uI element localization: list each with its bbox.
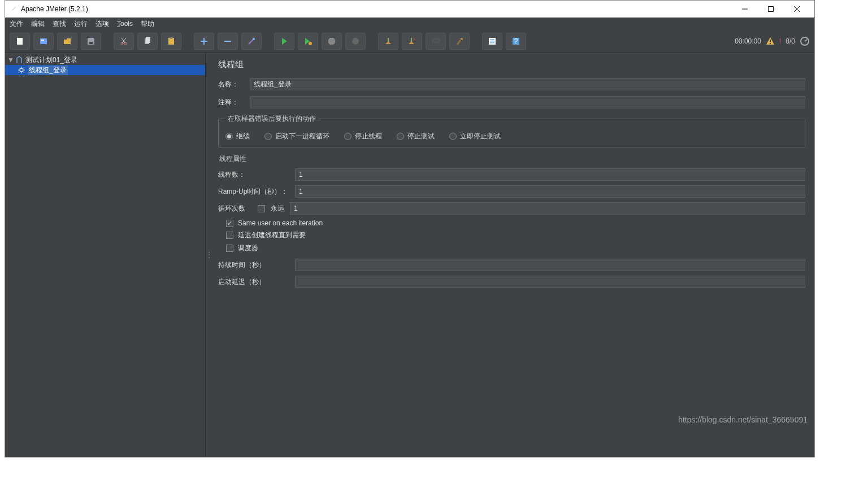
menu-tools[interactable]: Tools — [117, 20, 133, 28]
name-input[interactable] — [250, 78, 805, 90]
svg-rect-11 — [146, 37, 150, 43]
svg-point-19 — [352, 38, 359, 45]
radio-stop-now[interactable]: 立即停止测试 — [449, 132, 501, 141]
tb-new[interactable] — [10, 33, 30, 50]
radio-stop-thread[interactable]: 停止线程 — [344, 132, 382, 141]
svg-rect-20 — [388, 38, 389, 42]
tb-toggle[interactable] — [241, 33, 262, 50]
tb-clear[interactable] — [378, 33, 398, 50]
same-user-label: Same user on each iteration — [238, 219, 323, 227]
props-title: 线程属性 — [219, 154, 805, 164]
content-area: ▼ 测试计划01_登录 线程组_登录 ⋮ 线程组 名称： 注释： 在取样器错误后… — [5, 53, 814, 457]
menu-run[interactable]: 运行 — [74, 19, 88, 29]
svg-point-18 — [309, 42, 312, 45]
tree-root-label: 测试计划01_登录 — [25, 55, 77, 65]
comment-row: 注释： — [218, 96, 805, 108]
toolbar: ? 00:00:00 ! 0/0 — [5, 30, 814, 53]
svg-rect-30 — [770, 40, 771, 42]
external-gutter — [0, 0, 5, 488]
gauge-icon[interactable] — [800, 36, 810, 46]
tb-clear-all[interactable] — [402, 33, 422, 50]
forever-label: 永远 — [271, 204, 284, 213]
svg-rect-21 — [411, 38, 412, 42]
menu-search[interactable]: 查找 — [53, 19, 66, 29]
tb-copy[interactable] — [137, 33, 158, 50]
thread-count: 0/0 — [785, 37, 795, 45]
rampup-input[interactable] — [295, 185, 805, 198]
comment-label: 注释： — [218, 98, 245, 107]
collapse-icon[interactable]: ▼ — [7, 56, 13, 64]
tree-root[interactable]: ▼ 测试计划01_登录 — [5, 55, 205, 65]
menu-options[interactable]: 选项 — [96, 19, 109, 29]
scheduler-label: 调度器 — [238, 243, 258, 253]
testplan-icon — [15, 56, 23, 64]
elapsed-time: 00:00:00 — [735, 37, 761, 45]
svg-rect-26 — [490, 41, 494, 42]
gear-icon — [18, 66, 25, 74]
same-user-checkbox[interactable] — [226, 220, 233, 227]
tb-help[interactable]: ? — [506, 33, 526, 50]
svg-rect-4 — [17, 38, 23, 45]
tb-function-helper[interactable] — [482, 33, 502, 50]
tree-threadgroup[interactable]: 线程组_登录 — [5, 65, 205, 75]
tb-shutdown[interactable] — [345, 33, 366, 50]
warning-icon[interactable] — [766, 37, 775, 46]
tb-paste[interactable] — [161, 33, 181, 50]
loop-input[interactable] — [290, 202, 805, 215]
duration-label: 持续时间（秒） — [218, 260, 289, 270]
comment-input[interactable] — [250, 96, 805, 108]
tb-stop[interactable] — [322, 33, 342, 50]
window-title: Apache JMeter (5.2.1) — [21, 5, 732, 13]
thread-properties: 线程属性 线程数： Ramp-Up时间（秒）： 循环次数 永远 Same use… — [218, 152, 805, 293]
close-button[interactable] — [784, 1, 810, 18]
svg-rect-13 — [170, 37, 172, 39]
tb-open[interactable] — [57, 33, 77, 50]
svg-rect-5 — [40, 38, 47, 44]
delay-create-checkbox[interactable] — [226, 232, 233, 239]
startup-delay-label: 启动延迟（秒） — [218, 277, 289, 287]
radio-next-loop[interactable]: 启动下一进程循环 — [264, 132, 329, 141]
name-label: 名称： — [218, 80, 245, 89]
tb-expand[interactable] — [194, 33, 214, 50]
on-error-legend: 在取样器错误后要执行的动作 — [225, 114, 318, 124]
svg-text:?: ? — [514, 37, 518, 45]
radio-continue[interactable]: 继续 — [225, 132, 250, 141]
scheduler-checkbox[interactable] — [226, 245, 233, 252]
editor-panel: 线程组 名称： 注释： 在取样器错误后要执行的动作 继续 启动下一进程循环 停止… — [212, 53, 814, 457]
menu-edit[interactable]: 编辑 — [31, 19, 45, 29]
tree-threadgroup-label: 线程组_登录 — [28, 66, 68, 75]
svg-rect-7 — [89, 42, 93, 44]
toolbar-status: 00:00:00 ! 0/0 — [735, 36, 810, 46]
tb-start[interactable] — [274, 33, 294, 50]
svg-rect-1 — [769, 7, 774, 12]
menu-file[interactable]: 文件 — [10, 19, 23, 29]
startup-delay-input[interactable] — [295, 276, 805, 288]
on-error-group: 在取样器错误后要执行的动作 继续 启动下一进程循环 停止线程 停止测试 立即停止… — [218, 114, 805, 147]
delay-create-label: 延迟创建线程直到需要 — [238, 230, 306, 240]
loop-label: 循环次数 — [218, 204, 252, 213]
splitter-handle[interactable]: ⋮ — [206, 53, 212, 457]
menu-help[interactable]: 帮助 — [141, 19, 154, 29]
tb-search[interactable] — [426, 33, 446, 50]
svg-rect-27 — [490, 42, 494, 43]
name-row: 名称： — [218, 78, 805, 90]
radio-stop-test[interactable]: 停止测试 — [397, 132, 435, 141]
svg-rect-31 — [770, 43, 771, 44]
warning-count: ! — [779, 37, 781, 45]
svg-rect-6 — [41, 40, 44, 41]
tb-save[interactable] — [81, 33, 101, 50]
tb-cut[interactable] — [114, 33, 134, 50]
forever-checkbox[interactable] — [258, 205, 265, 212]
threads-label: 线程数： — [218, 170, 289, 180]
minimize-button[interactable] — [732, 1, 758, 18]
svg-point-23 — [436, 39, 439, 42]
threads-input[interactable] — [295, 168, 805, 181]
tb-templates[interactable] — [33, 33, 54, 50]
duration-input[interactable] — [295, 259, 805, 271]
tb-collapse[interactable] — [218, 33, 238, 50]
tree-panel[interactable]: ▼ 测试计划01_登录 线程组_登录 — [5, 53, 206, 457]
tb-start-no-pause[interactable] — [298, 33, 318, 50]
tb-reset-search[interactable] — [449, 33, 470, 50]
svg-rect-25 — [490, 39, 494, 40]
maximize-button[interactable] — [758, 1, 784, 18]
